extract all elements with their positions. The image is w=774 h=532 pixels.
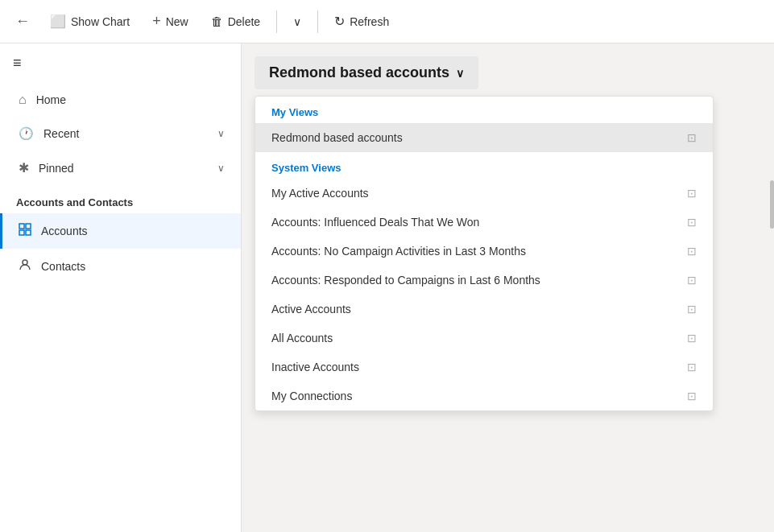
scroll-handle[interactable] (770, 180, 774, 229)
dropdown-item-label: Accounts: Influenced Deals That We Won (271, 216, 479, 229)
dropdown-item-label: All Accounts (271, 332, 333, 344)
svg-rect-3 (26, 230, 31, 235)
refresh-icon: ↻ (334, 14, 345, 29)
dropdown-arrow-button[interactable]: ∨ (284, 10, 311, 33)
dropdown-item-label: Active Accounts (271, 303, 351, 315)
pin-icon: ⊡ (687, 216, 697, 229)
trash-icon: 🗑 (211, 14, 223, 28)
dropdown-item-label: Accounts: No Campaign Activities in Last… (271, 245, 526, 258)
dropdown-item-label: Redmond based accounts (271, 131, 403, 144)
view-selector-label: Redmond based accounts (269, 64, 449, 81)
pin-icon: ⊡ (687, 274, 697, 287)
dropdown-item-responded[interactable]: Accounts: Responded to Campaigns in Last… (255, 266, 713, 295)
dropdown-item-all[interactable]: All Accounts ⊡ (255, 324, 713, 353)
dropdown-item-label: My Active Accounts (271, 187, 369, 200)
toolbar-divider (276, 10, 277, 33)
dropdown-item-inactive[interactable]: Inactive Accounts ⊡ (255, 353, 713, 381)
home-icon: ⌂ (19, 93, 27, 107)
sidebar-pinned-label: Pinned (39, 162, 74, 175)
sidebar-section-header: Accounts and Contacts (0, 185, 241, 213)
chevron-down-icon: ∨ (217, 163, 225, 174)
plus-icon: + (152, 13, 161, 30)
content-area: Redmond based accounts ∨ My Views Redmon… (242, 43, 774, 532)
new-label: New (166, 15, 188, 28)
pin-icon: ✱ (19, 160, 29, 175)
pin-icon: ⊡ (687, 332, 697, 344)
dropdown-item-connections[interactable]: My Connections ⊡ (255, 381, 713, 410)
dropdown-item-redmond[interactable]: Redmond based accounts ⊡ (255, 123, 713, 152)
show-chart-button[interactable]: ⬜ Show Chart (40, 9, 139, 34)
svg-rect-0 (19, 224, 24, 229)
sidebar-accounts-label: Accounts (41, 225, 88, 237)
svg-point-4 (23, 260, 27, 265)
sidebar-contacts-label: Contacts (41, 260, 85, 273)
delete-button[interactable]: 🗑 Delete (201, 10, 270, 33)
sidebar-item-pinned[interactable]: ✱ Pinned ∨ (0, 151, 241, 185)
sidebar-item-recent[interactable]: 🕐 Recent ∨ (0, 117, 241, 151)
dropdown-item-label: Accounts: Responded to Campaigns in Last… (271, 274, 540, 287)
pin-icon: ⊡ (687, 131, 697, 144)
system-views-section-label: System Views (255, 152, 713, 179)
dropdown-item-no-campaign[interactable]: Accounts: No Campaign Activities in Last… (255, 237, 713, 266)
show-chart-label: Show Chart (71, 15, 130, 28)
view-dropdown-panel: My Views Redmond based accounts ⊡ System… (255, 96, 714, 411)
dropdown-item-label: My Connections (271, 390, 352, 402)
sidebar: ≡ ⌂ Home 🕐 Recent ∨ ✱ Pinned ∨ Accounts … (0, 43, 242, 532)
dropdown-item-influenced[interactable]: Accounts: Influenced Deals That We Won ⊡ (255, 208, 713, 237)
toolbar: ← ⬜ Show Chart + New 🗑 Delete ∨ ↻ Refres… (0, 0, 774, 43)
pin-icon: ⊡ (687, 245, 697, 258)
chevron-down-icon: ∨ (217, 128, 225, 139)
chart-icon: ⬜ (50, 14, 66, 29)
pin-icon: ⊡ (687, 361, 697, 373)
sidebar-item-contacts[interactable]: Contacts (0, 249, 241, 284)
sidebar-item-home[interactable]: ⌂ Home (0, 83, 241, 117)
pin-icon: ⊡ (687, 187, 697, 200)
chevron-down-icon: ∨ (293, 15, 301, 28)
pin-icon: ⊡ (687, 390, 697, 402)
dropdown-item-active[interactable]: Active Accounts ⊡ (255, 295, 713, 324)
toolbar-divider-2 (317, 10, 318, 33)
sidebar-home-label: Home (36, 93, 66, 106)
svg-rect-1 (26, 224, 31, 229)
svg-rect-2 (19, 230, 24, 235)
new-button[interactable]: + New (143, 8, 198, 35)
my-views-section-label: My Views (255, 97, 713, 123)
sidebar-recent-label: Recent (43, 127, 79, 140)
back-icon: ← (15, 13, 30, 30)
refresh-label: Refresh (350, 15, 389, 28)
delete-label: Delete (228, 15, 260, 28)
hamburger-icon: ≡ (13, 55, 22, 72)
view-selector-chevron: ∨ (456, 67, 464, 80)
person-icon (19, 258, 31, 274)
refresh-button[interactable]: ↻ Refresh (325, 9, 399, 34)
pin-icon: ⊡ (687, 303, 697, 315)
view-selector-button[interactable]: Redmond based accounts ∨ (255, 56, 478, 89)
back-button[interactable]: ← (8, 7, 37, 36)
sidebar-item-accounts[interactable]: Accounts (0, 213, 241, 249)
dropdown-item-label: Inactive Accounts (271, 361, 359, 373)
dropdown-item-my-active[interactable]: My Active Accounts ⊡ (255, 179, 713, 208)
hamburger-button[interactable]: ≡ (0, 43, 35, 83)
accounts-icon (19, 223, 31, 239)
clock-icon: 🕐 (19, 126, 34, 141)
main-layout: ≡ ⌂ Home 🕐 Recent ∨ ✱ Pinned ∨ Accounts … (0, 43, 774, 532)
